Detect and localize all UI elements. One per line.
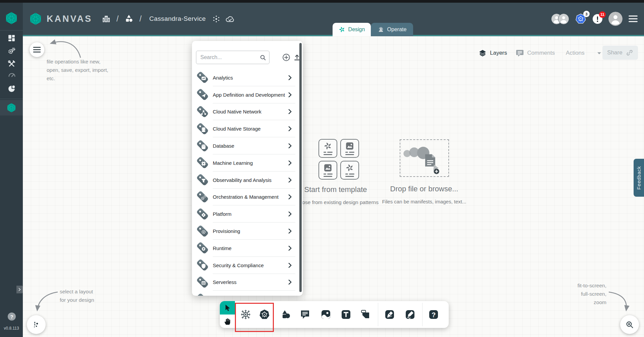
category-row[interactable]: Cloud Native Network	[192, 103, 303, 121]
help-button[interactable]: ?	[7, 312, 16, 321]
pencil-tool-icon	[404, 309, 416, 320]
sidebar-item-dashboard[interactable]	[5, 32, 17, 44]
image-tool[interactable]	[320, 309, 332, 320]
feedback-label: Feedback	[636, 166, 642, 190]
category-row[interactable]: App Definition and Development	[192, 86, 303, 103]
kubernetes-context-button[interactable]: 3	[575, 13, 587, 25]
file-menu-button[interactable]	[30, 42, 44, 57]
drop-file-zone[interactable]	[400, 139, 449, 177]
share-button[interactable]: Share	[602, 46, 638, 60]
breadcrumb-design-name[interactable]: Cassandra-Service	[149, 15, 206, 22]
start-from-template-title[interactable]: Start from template	[304, 185, 367, 194]
kubernetes-tool[interactable]	[259, 309, 270, 320]
category-label: Orchestration & Management	[213, 194, 279, 200]
header-breadcrumb-area: KANVAS / / Cassandra-Service	[29, 3, 235, 35]
category-list: AnalyticsApp Definition and DevelopmentC…	[192, 69, 303, 296]
machine-learning-tag-icon	[196, 156, 209, 170]
notifications-button[interactable]: 11	[592, 14, 603, 24]
kanvas-logo-icon	[5, 11, 18, 25]
breadcrumb-separator: /	[139, 14, 141, 23]
category-row[interactable]: Machine Learning	[192, 154, 303, 172]
pencil-tool[interactable]	[404, 309, 416, 320]
brand-name: KANVAS	[47, 14, 92, 24]
template-thumbnails[interactable]	[318, 139, 359, 180]
layers-button[interactable]: Layers	[478, 47, 507, 59]
category-label: Analytics	[213, 75, 233, 81]
tab-operate[interactable]: Operate	[371, 23, 413, 36]
chevron-right-icon	[286, 125, 293, 132]
add-component-icon[interactable]	[282, 53, 291, 62]
category-row[interactable]: Runtime	[192, 240, 303, 257]
category-row[interactable]: Analytics	[192, 69, 303, 86]
profile-avatar[interactable]	[608, 12, 623, 26]
building-icon[interactable]	[102, 15, 111, 23]
category-row[interactable]: Serverless	[192, 274, 303, 291]
category-label: Observability and Analysis	[213, 177, 271, 183]
pen-tool[interactable]	[384, 309, 395, 320]
chevron-right-icon	[286, 262, 293, 269]
window-top-strip	[0, 0, 644, 3]
shapes-icon[interactable]	[124, 14, 134, 23]
panel-scrollbar[interactable]	[299, 43, 302, 292]
component-search-panel: AnalyticsApp Definition and DevelopmentC…	[192, 41, 303, 296]
zoom-controls-button[interactable]	[620, 315, 639, 334]
template-card[interactable]	[318, 139, 337, 158]
mesh-sync-icon[interactable]	[212, 15, 220, 23]
view-controls-annotation: fit-to-screen, full-screen, zoom	[553, 281, 606, 306]
gray-spiral-icon	[345, 163, 354, 172]
sidebar-expand-button[interactable]	[16, 286, 23, 293]
note-tool[interactable]	[360, 309, 371, 320]
category-row[interactable]: Cloud Native Storage	[192, 120, 303, 137]
template-card[interactable]	[340, 161, 359, 180]
component-tool[interactable]	[240, 309, 251, 320]
storage-tag-icon	[196, 122, 209, 136]
template-card[interactable]	[318, 161, 337, 180]
start-from-template-subtitle: Choose from existing design patterns	[293, 199, 379, 205]
category-row[interactable]: Security & Compliance	[192, 257, 303, 274]
tab-design[interactable]: Design	[333, 23, 371, 36]
template-card[interactable]	[340, 139, 359, 158]
platform-tag-icon	[196, 207, 209, 221]
kanvas-hexagon-icon	[6, 103, 16, 113]
tab-design-label: Design	[348, 27, 365, 33]
select-tool[interactable]	[220, 301, 235, 315]
image-tool-icon	[320, 309, 332, 320]
sidebar-item-configuration[interactable]	[5, 58, 17, 70]
mode-tabs: Design Operate	[333, 23, 413, 36]
category-row[interactable]: Orchestration & Management	[192, 189, 303, 206]
text-tool[interactable]	[340, 309, 352, 320]
pan-tool[interactable]	[220, 315, 235, 328]
sidebar-item-lifecycle[interactable]	[5, 45, 17, 57]
menu-icon[interactable]	[628, 14, 638, 23]
category-label: App Definition and Development	[213, 92, 285, 98]
hand-icon	[223, 317, 232, 326]
category-row[interactable]: Platform	[192, 205, 303, 223]
category-row-partial	[192, 291, 303, 296]
cursor-icon	[224, 304, 232, 312]
serverless-tag-icon	[196, 276, 209, 289]
layout-selector-button[interactable]	[27, 315, 46, 334]
observability-tag-icon	[196, 173, 209, 187]
sidebar-item-kanvas[interactable]	[0, 100, 23, 115]
collaborator-avatars[interactable]	[551, 13, 569, 25]
shapes-tool[interactable]	[280, 309, 292, 320]
search-input[interactable]	[196, 51, 269, 64]
sidebar-item-performance[interactable]	[5, 69, 17, 81]
category-label: Cloud Native Network	[213, 109, 261, 114]
comment-tool[interactable]	[299, 309, 311, 320]
category-row[interactable]: Observability and Analysis	[192, 172, 303, 189]
actions-dropdown[interactable]: Actions	[566, 47, 602, 59]
header-actions-area: 3 11	[551, 3, 638, 35]
feedback-tab[interactable]: Feedback	[634, 159, 644, 197]
category-row[interactable]: Database	[192, 137, 303, 154]
category-row[interactable]: Provisioning	[192, 223, 303, 240]
drop-file-title[interactable]: Drop file or browse...	[390, 185, 458, 193]
help-tool[interactable]: ?	[428, 309, 439, 320]
comments-button[interactable]: Comments	[515, 47, 555, 59]
image-card-icon	[345, 142, 354, 150]
sidebar-item-extensions[interactable]	[5, 83, 17, 95]
chevron-right-icon	[286, 228, 293, 235]
version-label: v0.8.113	[0, 326, 23, 331]
kubernetes-count-badge: 3	[583, 11, 590, 17]
search-icon[interactable]	[259, 54, 266, 61]
